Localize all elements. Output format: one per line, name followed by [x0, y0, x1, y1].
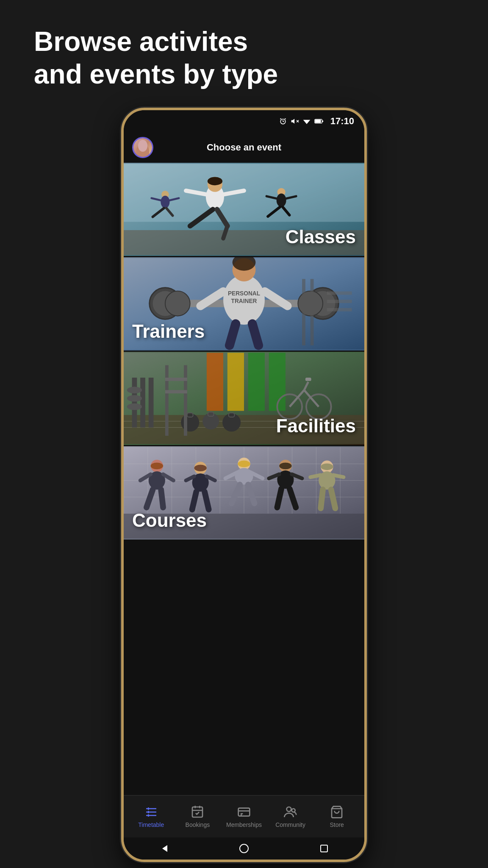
svg-point-102	[151, 462, 163, 469]
svg-point-64	[127, 395, 142, 402]
svg-line-50	[252, 324, 259, 345]
svg-rect-61	[140, 378, 145, 428]
volume-up-button	[121, 254, 122, 280]
svg-point-150	[286, 807, 291, 812]
store-icon	[329, 804, 344, 820]
svg-rect-10	[322, 120, 323, 122]
svg-line-3	[280, 118, 281, 119]
facilities-card[interactable]: Facilities	[124, 352, 364, 445]
svg-marker-153	[162, 845, 167, 852]
community-label: Community	[275, 821, 305, 828]
system-nav	[124, 837, 364, 860]
recents-button[interactable]	[318, 842, 330, 855]
svg-point-65	[127, 403, 142, 410]
svg-point-29	[277, 193, 286, 207]
svg-rect-85	[165, 390, 187, 393]
svg-rect-81	[305, 378, 311, 381]
svg-point-41	[298, 291, 323, 316]
svg-line-111	[192, 492, 197, 509]
svg-text:TRAINER: TRAINER	[231, 298, 257, 304]
phone-screen: 17:10 Choose an event	[124, 110, 364, 860]
left-side-buttons	[121, 229, 122, 314]
classes-label: Classes	[286, 226, 356, 248]
store-label: Store	[330, 821, 344, 828]
avatar-image	[133, 138, 152, 157]
svg-point-123	[279, 462, 291, 469]
svg-line-105	[161, 490, 163, 507]
svg-point-154	[240, 844, 248, 853]
back-button[interactable]	[158, 842, 170, 855]
svg-point-16	[208, 177, 222, 185]
bookings-label: Bookings	[186, 821, 210, 828]
svg-line-135	[333, 475, 344, 477]
timetable-label: Timetable	[138, 821, 164, 828]
svg-rect-55	[327, 308, 352, 311]
trainers-label: Trainers	[132, 321, 205, 342]
svg-rect-71	[187, 413, 193, 417]
svg-line-112	[205, 492, 209, 509]
svg-point-130	[321, 463, 333, 470]
status-bar: 17:10	[124, 110, 364, 132]
svg-rect-82	[165, 365, 169, 435]
svg-text:PERSONAL: PERSONAL	[228, 290, 260, 297]
volume-down-button	[121, 288, 122, 314]
nav-store[interactable]: Store	[313, 801, 360, 832]
svg-rect-54	[327, 300, 352, 303]
svg-point-116	[238, 460, 250, 467]
nav-memberships[interactable]: Memberships	[221, 801, 267, 832]
memberships-icon	[236, 804, 252, 820]
svg-rect-73	[208, 412, 214, 416]
nav-timetable[interactable]: Timetable	[128, 801, 175, 832]
svg-rect-75	[229, 413, 235, 417]
courses-label: Courses	[132, 510, 207, 531]
svg-point-63	[127, 387, 142, 393]
svg-rect-60	[132, 378, 137, 428]
svg-point-109	[194, 465, 206, 471]
svg-line-125	[277, 489, 281, 507]
alarm-icon	[279, 117, 287, 125]
svg-rect-9	[315, 120, 321, 122]
page-header: Browse activites and events by type	[0, 0, 488, 108]
svg-rect-155	[321, 845, 327, 852]
trainers-card[interactable]: PERSONAL TRAINER	[124, 257, 364, 351]
home-button[interactable]	[238, 842, 250, 855]
header-title: Choose an event	[160, 142, 328, 153]
svg-rect-146	[238, 808, 250, 816]
svg-rect-142	[192, 807, 202, 817]
avatar[interactable]	[132, 137, 153, 158]
phone-device: 17:10 Choose an event	[121, 108, 367, 862]
svg-rect-84	[165, 378, 187, 381]
svg-rect-62	[149, 378, 154, 428]
svg-rect-83	[184, 365, 187, 435]
svg-rect-51	[302, 279, 305, 345]
svg-rect-67	[227, 353, 244, 411]
classes-card[interactable]: Classes	[124, 163, 364, 256]
battery-icon	[314, 118, 324, 124]
svg-point-23	[161, 195, 169, 208]
nav-community[interactable]: Community	[267, 801, 314, 832]
status-time: 17:10	[330, 116, 354, 127]
svg-line-132	[321, 490, 323, 508]
nav-bookings[interactable]: Bookings	[175, 801, 221, 832]
svg-point-40	[165, 291, 190, 316]
svg-rect-53	[327, 291, 352, 295]
svg-rect-66	[207, 353, 223, 411]
svg-line-49	[230, 324, 236, 345]
svg-line-4	[285, 118, 286, 119]
timetable-icon	[144, 804, 159, 820]
svg-rect-68	[248, 353, 265, 411]
browse-heading: Browse activites and events by type	[34, 25, 454, 91]
wifi-icon	[302, 117, 311, 125]
courses-card[interactable]: Courses	[124, 446, 364, 540]
memberships-label: Memberships	[226, 821, 262, 828]
status-icons: 17:10	[279, 116, 354, 127]
community-icon	[283, 804, 298, 820]
svg-marker-7	[303, 120, 310, 124]
bottom-nav: Timetable Bookings	[124, 795, 364, 837]
bookings-icon	[190, 804, 205, 820]
svg-line-134	[311, 475, 321, 477]
power-button	[121, 229, 122, 246]
svg-line-133	[331, 490, 336, 508]
facilities-label: Facilities	[276, 415, 356, 437]
category-list[interactable]: Classes	[124, 163, 364, 795]
